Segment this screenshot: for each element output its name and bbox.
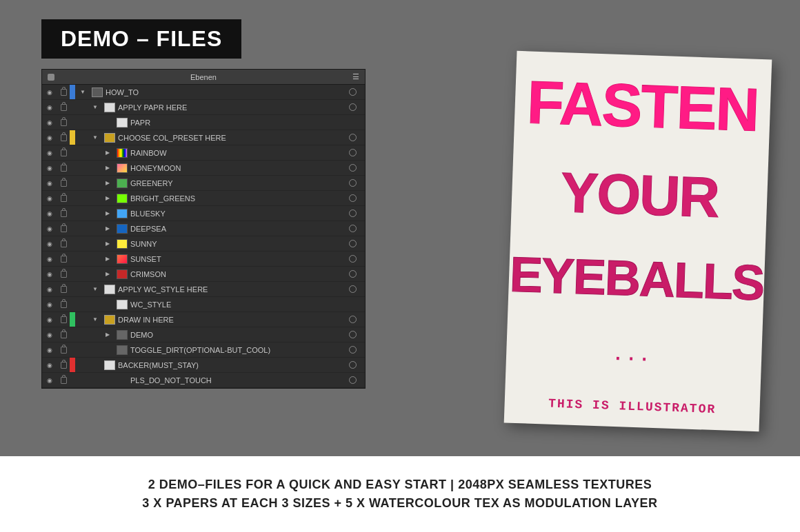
layer-color-bar [70, 312, 75, 327]
lock-icon[interactable] [57, 241, 70, 247]
layer-row[interactable]: ◉▶CRIMSON [42, 267, 365, 282]
expand-arrow-icon[interactable]: ▶ [101, 210, 114, 216]
lock-icon[interactable] [57, 104, 70, 111]
layer-circle-icon[interactable] [346, 376, 359, 384]
layer-row[interactable]: ◉▶DEEPSEA [42, 221, 365, 236]
layer-row[interactable]: ◉▶BLUESKY [42, 206, 365, 221]
lock-icon[interactable] [57, 150, 70, 156]
lock-icon[interactable] [57, 119, 70, 126]
lock-icon[interactable] [57, 331, 70, 338]
layer-circle-icon[interactable] [346, 255, 359, 263]
layer-circle-icon[interactable] [346, 149, 359, 156]
layer-circle-icon[interactable] [346, 225, 359, 232]
layer-circle-icon[interactable] [346, 346, 359, 354]
eye-icon[interactable]: ◉ [42, 316, 57, 323]
lock-icon[interactable] [57, 180, 70, 187]
lock-icon[interactable] [57, 134, 70, 141]
layer-row[interactable]: ◉▶HONEYMOON [42, 161, 365, 176]
expand-arrow-icon[interactable]: ▼ [77, 89, 89, 95]
layer-row[interactable]: ◉▼HOW_TO [42, 85, 365, 100]
layer-name: PAPR [130, 119, 346, 127]
layer-circle-icon[interactable] [346, 316, 359, 323]
lock-icon[interactable] [57, 377, 70, 384]
eye-icon[interactable]: ◉ [42, 195, 57, 202]
layer-circle-icon[interactable] [346, 164, 359, 172]
eye-icon[interactable]: ◉ [42, 165, 57, 172]
layer-circle-icon[interactable] [346, 103, 359, 111]
expand-arrow-icon[interactable]: ▶ [101, 195, 114, 201]
layer-row[interactable]: ◉▶SUNNY [42, 236, 365, 252]
lock-icon[interactable] [57, 301, 70, 308]
expand-arrow-icon[interactable]: ▶ [101, 256, 114, 262]
layer-row[interactable]: ◉BACKER(MUST_STAY) [42, 358, 365, 373]
lock-icon[interactable] [57, 210, 70, 217]
expand-arrow-icon[interactable]: ▼ [89, 316, 101, 323]
layer-row[interactable]: ◉▼CHOOSE COL_PRESET HERE [42, 130, 365, 145]
layer-circle-icon[interactable] [346, 331, 359, 338]
layer-row[interactable]: ◉▶GREENERY [42, 176, 365, 191]
eye-icon[interactable]: ◉ [42, 150, 57, 156]
eye-icon[interactable]: ◉ [42, 104, 57, 111]
layer-row[interactable]: ◉WC_STYLE [42, 297, 365, 312]
expand-arrow-icon[interactable]: ▶ [101, 165, 114, 171]
eye-icon[interactable]: ◉ [42, 180, 57, 187]
expand-arrow-icon[interactable]: ▶ [101, 331, 114, 338]
expand-arrow-icon[interactable]: ▶ [101, 225, 114, 232]
layer-circle-icon[interactable] [346, 285, 359, 293]
eye-icon[interactable]: ◉ [42, 89, 57, 96]
lock-icon[interactable] [57, 347, 70, 354]
layer-row[interactable]: ◉▶BRIGHT_GREENS [42, 191, 365, 206]
layer-circle-icon[interactable] [346, 209, 359, 217]
eye-icon[interactable]: ◉ [42, 134, 57, 141]
eye-icon[interactable]: ◉ [42, 331, 57, 338]
expand-arrow-icon[interactable]: ▼ [89, 104, 101, 110]
layer-row[interactable]: ◉PAPR [42, 115, 365, 130]
lock-icon[interactable] [57, 256, 70, 263]
eye-icon[interactable]: ◉ [42, 377, 57, 384]
layer-row[interactable]: ◉TOGGLE_DIRT(OPTIONAL-BUT_COOL) [42, 342, 365, 358]
layer-circle-icon[interactable] [346, 361, 359, 369]
layer-row[interactable]: ◉▼APPLY PAPR HERE [42, 100, 365, 115]
lock-icon[interactable] [57, 165, 70, 172]
eye-icon[interactable]: ◉ [42, 301, 57, 308]
layer-row[interactable]: ◉PLS_DO_NOT_TOUCH [42, 373, 365, 388]
layer-row[interactable]: ◉▶RAINBOW [42, 145, 365, 161]
lock-icon[interactable] [57, 195, 70, 202]
eye-icon[interactable]: ◉ [42, 119, 57, 126]
lock-icon[interactable] [57, 286, 70, 293]
lock-icon[interactable] [57, 225, 70, 232]
eye-icon[interactable]: ◉ [42, 362, 57, 369]
layer-circle-icon[interactable] [346, 270, 359, 278]
expand-arrow-icon[interactable]: ▼ [89, 286, 101, 292]
expand-arrow-icon[interactable]: ▶ [101, 150, 114, 156]
eye-icon[interactable]: ◉ [42, 241, 57, 247]
eye-icon[interactable]: ◉ [42, 225, 57, 232]
eye-icon[interactable]: ◉ [42, 347, 57, 354]
expand-arrow-icon[interactable]: ▶ [101, 271, 114, 277]
expand-icon[interactable]: ☰ [352, 72, 359, 81]
eye-icon[interactable]: ◉ [42, 271, 57, 278]
layer-circle-icon[interactable] [346, 194, 359, 202]
layer-row[interactable]: ◉▼DRAW IN HERE [42, 312, 365, 327]
layer-circle-icon[interactable] [346, 240, 359, 247]
layer-row[interactable]: ◉▼APPLY WC_STYLE HERE [42, 282, 365, 297]
expand-arrow-icon[interactable]: ▶ [101, 180, 114, 186]
eye-icon[interactable]: ◉ [42, 286, 57, 293]
layer-circle-icon[interactable] [346, 88, 359, 96]
lock-icon[interactable] [57, 362, 70, 369]
lock-icon[interactable] [57, 89, 70, 96]
layer-row[interactable]: ◉▶DEMO [42, 327, 365, 342]
lock-icon[interactable] [57, 271, 70, 278]
close-icon[interactable] [48, 74, 54, 81]
expand-arrow-icon[interactable]: ▼ [89, 134, 101, 141]
eye-icon[interactable]: ◉ [42, 210, 57, 217]
layer-name: DRAW IN HERE [118, 316, 346, 324]
eye-icon[interactable]: ◉ [42, 256, 57, 263]
layer-name: BACKER(MUST_STAY) [118, 361, 346, 369]
layers-panel-titlebar: Ebenen ☰ [42, 70, 365, 85]
layer-circle-icon[interactable] [346, 134, 359, 141]
layer-row[interactable]: ◉▶SUNSET [42, 252, 365, 267]
expand-arrow-icon[interactable]: ▶ [101, 241, 114, 247]
lock-icon[interactable] [57, 316, 70, 323]
layer-circle-icon[interactable] [346, 179, 359, 187]
